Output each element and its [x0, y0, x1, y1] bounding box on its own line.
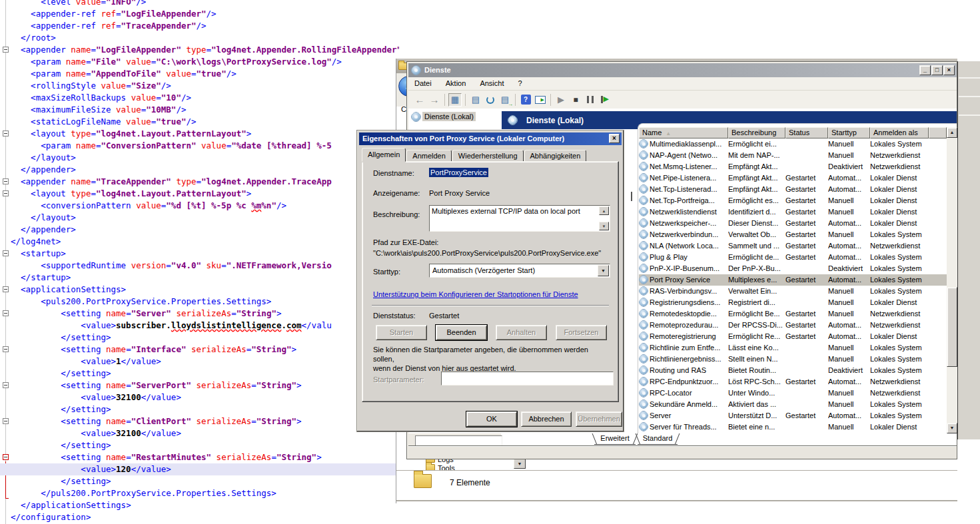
status-cell: [785, 286, 828, 297]
start-button[interactable]: Starten: [376, 325, 427, 340]
service-row[interactable]: Richtlinienergebniss...Stellt einen N...…: [639, 354, 947, 365]
status-cell: [785, 399, 828, 410]
menu-ansicht[interactable]: Ansicht: [474, 77, 510, 89]
status-cell: [785, 297, 828, 308]
start-type-select[interactable]: Automatisch (Verzögerter Start) ▼: [429, 264, 610, 278]
column-header-beschreibung[interactable]: Beschreibung: [728, 127, 785, 138]
scroll-down-button[interactable]: ▼: [947, 423, 957, 433]
vertical-scrollbar[interactable]: ▲ ▼: [947, 127, 957, 433]
minimize-button[interactable]: _: [919, 65, 931, 75]
tab-standard[interactable]: Standard: [638, 433, 678, 445]
stop-service-icon[interactable]: ■: [569, 93, 582, 107]
code-line: </applicationSettings>: [0, 499, 400, 511]
service-row[interactable]: Remotedesktopdie...Ermöglicht Be...Gesta…: [639, 308, 947, 320]
export-list-icon[interactable]: ▤: [498, 93, 512, 107]
service-row[interactable]: Netzwerkverbindun...Verwaltet Ob...Gesta…: [639, 229, 947, 240]
chevron-down-icon[interactable]: ▼: [598, 265, 609, 276]
starttype-cell: Automat...: [828, 331, 870, 342]
start-service-icon[interactable]: ▶: [554, 93, 568, 107]
cancel-button[interactable]: Abbrechen: [521, 411, 572, 427]
dropdown-button[interactable]: ▼: [514, 459, 526, 469]
service-row[interactable]: Net.Tcp-Portfreiga...Ermöglicht es...Ges…: [639, 195, 947, 206]
start-params-input[interactable]: [441, 372, 614, 386]
column-header-status[interactable]: Status: [785, 127, 828, 138]
service-row[interactable]: Netzwerkspeicher-...Dieser Dienst...Gest…: [639, 218, 947, 229]
forward-icon[interactable]: →: [428, 93, 441, 107]
restart-service-icon[interactable]: [598, 93, 612, 107]
status-cell: Gestartet: [785, 195, 828, 206]
service-row[interactable]: Multimediaklassenpl...Ermöglicht ei...Ma…: [639, 138, 947, 150]
service-row[interactable]: Richtlinie zum Entfe...Lässt eine Ko...M…: [639, 342, 947, 354]
service-row[interactable]: RemoteregistrierungErmöglicht Re...Gesta…: [639, 331, 947, 342]
service-name-cell: Routing und RAS: [639, 365, 728, 376]
help-icon[interactable]: ?: [519, 93, 532, 107]
tab-wiederherstellung[interactable]: Wiederherstellung: [452, 150, 524, 162]
menu-aktion[interactable]: Aktion: [440, 77, 472, 89]
service-row[interactable]: NAP-Agent (Netwo...Mit dem NAP-...Manuel…: [639, 150, 947, 161]
extended-view-icon[interactable]: ▶: [534, 93, 547, 107]
pause-service-icon[interactable]: [584, 93, 597, 107]
pause-button[interactable]: Anhalten: [496, 325, 547, 340]
startup-options-link[interactable]: Unterstützung beim Konfigurieren der Sta…: [373, 290, 578, 298]
show-console-tree-icon[interactable]: ▦: [448, 93, 462, 107]
service-row[interactable]: NetzwerklistendienstIdentifiziert d...Ge…: [639, 206, 947, 218]
back-icon[interactable]: ←: [413, 93, 426, 107]
tab-erweitert[interactable]: Erweitert: [594, 433, 636, 445]
description-cell: Multiplexes e...: [728, 274, 785, 286]
close-button[interactable]: ×: [943, 65, 955, 75]
column-header-anmelden-als[interactable]: Anmelden als: [870, 127, 929, 138]
column-header-name[interactable]: Name▲: [639, 127, 728, 138]
help-glyph: ?: [521, 95, 531, 105]
service-row[interactable]: RAS-Verbindungsv...Verwaltet Ein...Manue…: [639, 286, 947, 297]
description-cell: Empfängt Akt...: [728, 184, 785, 195]
xml-code-editor[interactable]: <level value="INFO"/> <appender-ref ref=…: [0, 0, 400, 524]
services-list[interactable]: Multimediaklassenpl...Ermöglicht ei...Ma…: [639, 138, 947, 433]
apply-button[interactable]: Übernehmen: [576, 411, 622, 427]
code-line: <appender-ref ref="TraceAppender"/>: [0, 20, 400, 32]
service-row[interactable]: Server für Threads...Bietet eine n...Man…: [639, 421, 947, 433]
logon-cell: Lokaler Dienst: [870, 421, 947, 433]
service-row[interactable]: ServerUnterstützt D...GestartetAutomat..…: [639, 410, 947, 421]
resume-button[interactable]: Fortsetzen: [556, 325, 607, 340]
maximize-button[interactable]: □: [931, 65, 943, 75]
service-row[interactable]: Remoteprozedurau...Der RPCSS-Di...Gestar…: [639, 320, 947, 331]
service-row[interactable]: RPC-Endpunktzuor...Löst RPC-Sch...Gestar…: [639, 376, 947, 388]
menu-datei[interactable]: Datei: [408, 77, 438, 89]
code-line: </root>: [0, 32, 400, 44]
service-row[interactable]: Routing und RASBietet Routin...Deaktivie…: [639, 365, 947, 376]
properties-icon[interactable]: ▤: [469, 93, 482, 107]
scroll-up-button[interactable]: ▲: [947, 127, 957, 138]
service-row[interactable]: Port Proxy ServiceMultiplexes e...Gestar…: [639, 274, 947, 286]
code-line: <applicationSettings>: [0, 284, 400, 296]
ok-button[interactable]: OK: [466, 411, 517, 427]
service-row[interactable]: Plug & PlayErmöglicht de...GestartetAuto…: [639, 252, 947, 263]
refresh-icon[interactable]: [484, 93, 497, 107]
tab-anmelden[interactable]: Anmelden: [406, 150, 452, 162]
scroll-up-icon[interactable]: ▲: [599, 206, 609, 215]
stop-button[interactable]: Beenden: [436, 325, 487, 340]
service-name-value[interactable]: PortProxyService: [429, 168, 488, 176]
description-field[interactable]: Multiplexes external TCP/IP data on loca…: [429, 205, 610, 232]
service-row[interactable]: RPC-LocatorUnter Windo...ManuellNetzwerk…: [639, 388, 947, 399]
service-name-cell: Server: [639, 410, 728, 421]
tab-allgemein[interactable]: Allgemein: [362, 148, 406, 162]
service-row[interactable]: Sekundäre Anmeld...Aktiviert das ...Manu…: [639, 399, 947, 410]
close-icon[interactable]: ×: [609, 134, 620, 143]
starttype-cell: Automat...: [828, 320, 870, 331]
service-row[interactable]: Registrierungsdiens...Registriert di...M…: [639, 297, 947, 308]
tab-abhaengigkeiten[interactable]: Abhängigkeiten: [524, 150, 587, 162]
service-row[interactable]: PnP-X-IP-Busenum...Der PnP-X-Bu...Deakti…: [639, 263, 947, 274]
service-row[interactable]: NLA (Network Loca...Sammelt und ...Gesta…: [639, 240, 947, 252]
tree-item-dienste-lokal[interactable]: Dienste (Lokal): [412, 112, 476, 121]
folder-item[interactable]: Tools: [426, 464, 559, 470]
service-gear-icon: [640, 208, 648, 216]
menu-help[interactable]: ?: [512, 77, 528, 89]
dialog-titlebar[interactable]: Eigenschaften von Port Proxy Service (Lo…: [359, 132, 622, 145]
scrollbar-thumb[interactable]: [947, 287, 957, 367]
scroll-down-icon[interactable]: ▼: [599, 222, 609, 230]
service-row[interactable]: Net.Pipe-Listenera...Empfängt Akt...Gest…: [639, 172, 947, 184]
service-row[interactable]: Net.Tcp-Listenerad...Empfängt Akt...Gest…: [639, 184, 947, 195]
column-header-starttyp[interactable]: Starttyp: [828, 127, 870, 138]
services-titlebar[interactable]: Dienste _ □ ×: [408, 63, 957, 77]
service-row[interactable]: Net.Msmq-Listener...Empfängt Akt...Deakt…: [639, 161, 947, 172]
